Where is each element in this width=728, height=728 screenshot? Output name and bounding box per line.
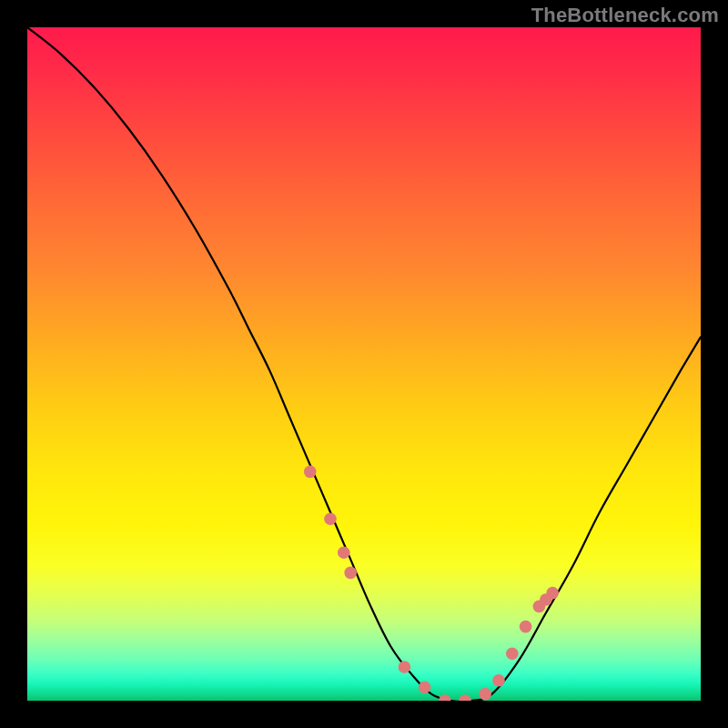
highlight-dot: [338, 546, 350, 559]
highlight-dot: [546, 587, 559, 600]
chart-stage: TheBottleneck.com: [0, 0, 728, 728]
highlight-dot: [492, 674, 505, 687]
plot-area: [27, 27, 701, 701]
highlight-dot: [520, 621, 532, 633]
highlight-dot: [506, 647, 519, 660]
highlight-dot: [344, 567, 357, 580]
bottleneck-curve: [27, 27, 701, 701]
highlight-dot: [459, 694, 471, 701]
highlight-dot-group: [304, 466, 559, 701]
highlight-dot: [479, 688, 491, 701]
curve-svg: [27, 27, 701, 701]
highlight-dot: [419, 681, 431, 693]
highlight-dot: [324, 512, 337, 525]
highlight-dot: [399, 661, 411, 673]
highlight-dot: [304, 466, 317, 479]
watermark-text: TheBottleneck.com: [531, 4, 719, 27]
highlight-dot: [439, 694, 451, 701]
